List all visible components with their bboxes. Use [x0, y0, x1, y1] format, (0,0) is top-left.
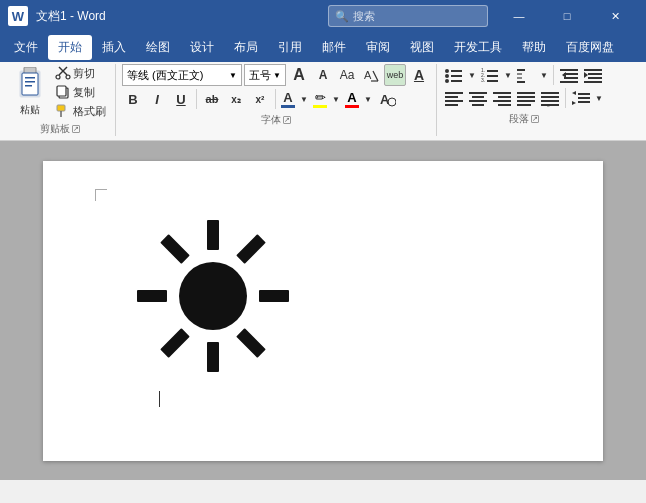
menu-design[interactable]: 设计 [180, 35, 224, 60]
svg-text:≡: ≡ [547, 102, 550, 107]
format-painter-button[interactable]: 格式刷 [52, 102, 109, 120]
menu-layout[interactable]: 布局 [224, 35, 268, 60]
bold-button[interactable]: B [122, 88, 144, 110]
menu-review[interactable]: 审阅 [356, 35, 400, 60]
decrease-indent-button[interactable] [558, 65, 580, 85]
title-bar: W 文档1 - Word 🔍 搜索 — □ ✕ [0, 0, 646, 32]
svg-rect-74 [259, 290, 289, 302]
text-color-button[interactable]: A [344, 89, 360, 109]
menu-mailings[interactable]: 邮件 [312, 35, 356, 60]
svg-rect-64 [541, 104, 559, 106]
line-spacing-button[interactable] [570, 88, 592, 108]
font-color-button[interactable]: A [280, 89, 296, 109]
svg-rect-4 [25, 81, 35, 83]
ordered-list-button[interactable]: 1. 2. 3. [479, 65, 501, 85]
svg-rect-33 [517, 77, 522, 79]
svg-point-79 [179, 262, 247, 330]
svg-rect-51 [469, 100, 487, 102]
svg-rect-72 [207, 342, 219, 372]
svg-rect-42 [588, 77, 602, 79]
svg-rect-78 [160, 328, 190, 358]
search-box[interactable]: 🔍 搜索 [328, 5, 488, 27]
multilevel-list-dropdown[interactable]: ▼ [539, 64, 549, 86]
unordered-list-dropdown[interactable]: ▼ [467, 64, 477, 86]
svg-rect-24 [451, 80, 462, 82]
minimize-button[interactable]: — [496, 0, 542, 32]
document-page[interactable] [43, 161, 603, 461]
text-cursor [159, 391, 160, 407]
superscript-button[interactable]: x² [249, 88, 271, 110]
justify-button[interactable] [515, 88, 537, 108]
italic-button[interactable]: I [146, 88, 168, 110]
font-shrink-button[interactable]: A [312, 64, 334, 86]
multilevel-list-icon [516, 66, 536, 84]
menu-references[interactable]: 引用 [268, 35, 312, 60]
paragraph-expand-icon[interactable]: ↗ [531, 115, 539, 123]
unordered-list-button[interactable] [443, 65, 465, 85]
highlight-dropdown[interactable]: ▼ [330, 88, 342, 110]
font-color-dropdown[interactable]: ▼ [298, 88, 310, 110]
font-size-value: 五号 [249, 68, 271, 83]
distributed-icon: ≡ [540, 89, 560, 107]
font-family-selector[interactable]: 等线 (西文正文) ▼ [122, 64, 242, 86]
special-format-button[interactable]: A [376, 88, 398, 110]
svg-rect-47 [445, 100, 463, 102]
underline-button[interactable]: U [170, 88, 192, 110]
subscript-button[interactable]: x₂ [225, 88, 247, 110]
special-format-icon: A [378, 90, 396, 108]
menu-help[interactable]: 帮助 [512, 35, 556, 60]
font-size-dropdown-icon: ▼ [273, 71, 281, 80]
menu-bar: 文件 开始 插入 绘图 设计 布局 引用 邮件 审阅 视图 开发工具 帮助 百度… [0, 32, 646, 62]
copy-icon [55, 84, 71, 100]
highlight-button[interactable]: ✏ [312, 89, 328, 109]
clipboard-expand-icon[interactable]: ↗ [72, 125, 80, 133]
menu-insert[interactable]: 插入 [92, 35, 136, 60]
page-corner-mark [95, 189, 107, 201]
search-placeholder: 搜索 [353, 9, 375, 24]
align-center-button[interactable] [467, 88, 489, 108]
paste-button[interactable]: 粘贴 [10, 65, 50, 119]
format-painter-label: 格式刷 [73, 104, 106, 119]
webdings-button[interactable]: web [384, 64, 406, 86]
document-area [0, 141, 646, 480]
menu-draw[interactable]: 绘图 [136, 35, 180, 60]
close-button[interactable]: ✕ [592, 0, 638, 32]
text-color-icon: A [347, 90, 356, 105]
font-group: 等线 (西文正文) ▼ 五号 ▼ A A Aa A web [116, 64, 437, 136]
text-color-dropdown[interactable]: ▼ [362, 88, 374, 110]
menu-home[interactable]: 开始 [48, 35, 92, 60]
unordered-list-icon [444, 66, 464, 84]
menu-baidu[interactable]: 百度网盘 [556, 35, 624, 60]
svg-rect-5 [25, 85, 32, 87]
svg-rect-36 [564, 73, 578, 75]
font-family-dropdown-icon: ▼ [229, 71, 237, 80]
clear-format-button[interactable]: A [360, 64, 382, 86]
svg-rect-54 [498, 96, 511, 98]
increase-indent-button[interactable] [582, 65, 604, 85]
distributed-button[interactable]: ≡ [539, 88, 561, 108]
multilevel-list-button[interactable] [515, 65, 537, 85]
svg-rect-35 [560, 69, 578, 71]
maximize-button[interactable]: □ [544, 0, 590, 32]
svg-rect-41 [588, 73, 602, 75]
ordered-list-icon: 1. 2. 3. [480, 66, 500, 84]
align-left-button[interactable] [443, 88, 465, 108]
svg-marker-67 [572, 101, 576, 105]
font-expand-icon[interactable]: ↗ [283, 116, 291, 124]
font-size-selector[interactable]: 五号 ▼ [244, 64, 286, 86]
change-case-button[interactable]: Aa [336, 64, 358, 86]
align-right-button[interactable] [491, 88, 513, 108]
menu-view[interactable]: 视图 [400, 35, 444, 60]
menu-file[interactable]: 文件 [4, 35, 48, 60]
font-grow-button[interactable]: A [288, 64, 310, 86]
menu-developer[interactable]: 开发工具 [444, 35, 512, 60]
copy-button[interactable]: 复制 [52, 83, 109, 101]
svg-rect-61 [541, 92, 559, 94]
underline-a-button[interactable]: A [408, 64, 430, 86]
cut-button[interactable]: 剪切 [52, 64, 109, 82]
strikethrough-button[interactable]: ab [201, 88, 223, 110]
line-spacing-dropdown[interactable]: ▼ [594, 87, 604, 109]
ordered-list-dropdown[interactable]: ▼ [503, 64, 513, 86]
svg-marker-66 [572, 91, 576, 95]
svg-rect-37 [564, 77, 578, 79]
